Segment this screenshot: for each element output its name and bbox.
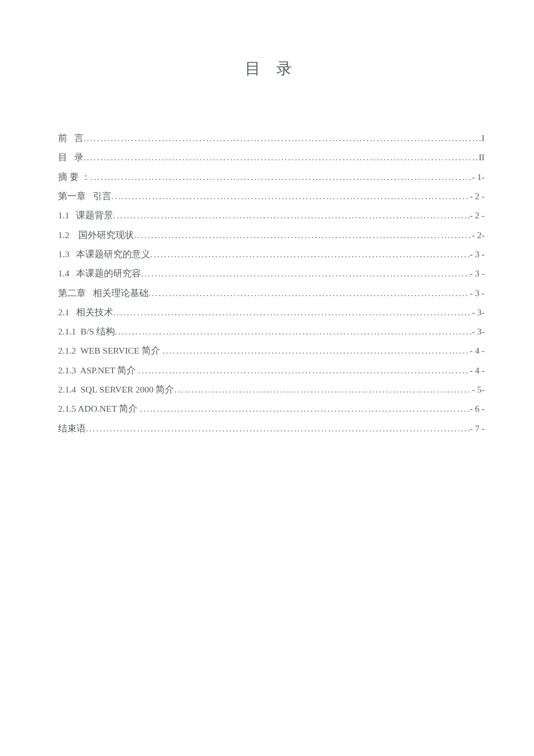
toc-dot-leader: ........................................…: [149, 283, 470, 303]
toc-entry: 第一章 引言 .................................…: [58, 186, 485, 206]
toc-entry: 2.1.2 WEB SERVICE 简介 ...................…: [58, 341, 485, 360]
toc-dot-leader: ........................................…: [84, 147, 479, 167]
toc-dot-leader: ........................................…: [86, 419, 470, 438]
toc-dot-leader: ........................................…: [134, 225, 472, 244]
toc-entry-label: 1.3 本课题研究的意义: [58, 244, 150, 264]
toc-entry-label: 第一章 引言: [58, 186, 111, 206]
toc-entry: 2.1 相关技术 ...............................…: [58, 303, 485, 322]
toc-entry-page: I: [482, 128, 485, 147]
toc-entry-page: II: [479, 147, 485, 167]
toc-entry-page: - 6 -: [470, 399, 485, 418]
table-of-contents: 前 言 ....................................…: [58, 128, 485, 438]
toc-dot-leader: ........................................…: [91, 167, 472, 186]
toc-entry: 1.1 课题背景 ...............................…: [58, 206, 485, 225]
toc-entry: 1.4 本课题的研究容 ............................…: [58, 264, 485, 283]
toc-entry-page: - 5-: [472, 380, 485, 399]
toc-dot-leader: ........................................…: [150, 244, 470, 264]
toc-entry-label: 目 录: [58, 147, 84, 167]
toc-dot-leader: ........................................…: [174, 380, 472, 399]
toc-entry-label: 前 言: [58, 128, 84, 147]
toc-entry: 目 录 ....................................…: [58, 147, 485, 167]
toc-entry-page: - 3 -: [470, 264, 485, 283]
toc-entry-page: - 2-: [472, 225, 485, 244]
page-title: 目 录: [58, 58, 485, 79]
toc-entry-page: - 3-: [472, 303, 485, 322]
toc-entry: 2.1.3 ASP.NET 简介 .......................…: [58, 361, 485, 380]
toc-entry: 第二章 相关理论基础 .............................…: [58, 283, 485, 303]
toc-entry-page: - 2 -: [470, 186, 485, 206]
toc-entry: 2.1.5 ADO.NET 简介 .......................…: [58, 399, 485, 418]
toc-entry-label: 结束语: [58, 419, 86, 438]
toc-entry-page: - 3-: [472, 322, 485, 341]
toc-entry-label: 1.1 课题背景: [58, 206, 113, 225]
toc-dot-leader: ........................................…: [140, 399, 470, 418]
toc-entry: 2.1.4 SQL SERVER 2000 简介 ...............…: [58, 380, 485, 399]
toc-dot-leader: ........................................…: [138, 361, 470, 380]
toc-entry-page: - 3 -: [470, 244, 485, 264]
toc-entry-page: - 4 -: [470, 341, 485, 360]
toc-entry-page: - 1-: [472, 167, 485, 186]
toc-dot-leader: ........................................…: [141, 264, 470, 283]
toc-entry-page: - 7 -: [470, 419, 485, 438]
toc-dot-leader: ........................................…: [163, 341, 470, 360]
toc-entry-label: 2.1.2 WEB SERVICE 简介: [58, 341, 163, 360]
toc-entry: 2.1.1 B/S 结构 ...........................…: [58, 322, 485, 341]
toc-entry-label: 2.1.4 SQL SERVER 2000 简介: [58, 380, 174, 399]
toc-entry-page: - 3 -: [470, 283, 485, 303]
toc-entry: 前 言 ....................................…: [58, 128, 485, 147]
toc-entry-label: 摘 要 ：: [58, 167, 91, 186]
toc-dot-leader: ........................................…: [111, 186, 470, 206]
toc-entry-label: 2.1.5 ADO.NET 简介: [58, 399, 140, 418]
toc-entry-label: 2.1.3 ASP.NET 简介: [58, 361, 138, 380]
toc-entry-label: 1.4 本课题的研究容: [58, 264, 141, 283]
toc-dot-leader: ........................................…: [84, 128, 482, 147]
toc-entry-label: 1.2 国外研究现状: [58, 225, 134, 244]
toc-entry-label: 2.1 相关技术: [58, 303, 113, 322]
toc-entry: 结束语 ....................................…: [58, 419, 485, 438]
toc-entry: 摘 要 ： ..................................…: [58, 167, 485, 186]
toc-dot-leader: ........................................…: [113, 303, 472, 322]
toc-entry: 1.2 国外研究现状 .............................…: [58, 225, 485, 244]
toc-entry-label: 2.1.1 B/S 结构: [58, 322, 115, 341]
toc-entry-page: - 2 -: [470, 206, 485, 225]
toc-dot-leader: ........................................…: [113, 206, 470, 225]
toc-entry-label: 第二章 相关理论基础: [58, 283, 149, 303]
toc-dot-leader: ........................................…: [115, 322, 472, 341]
toc-entry: 1.3 本课题研究的意义 ...........................…: [58, 244, 485, 264]
toc-entry-page: - 4 -: [470, 361, 485, 380]
